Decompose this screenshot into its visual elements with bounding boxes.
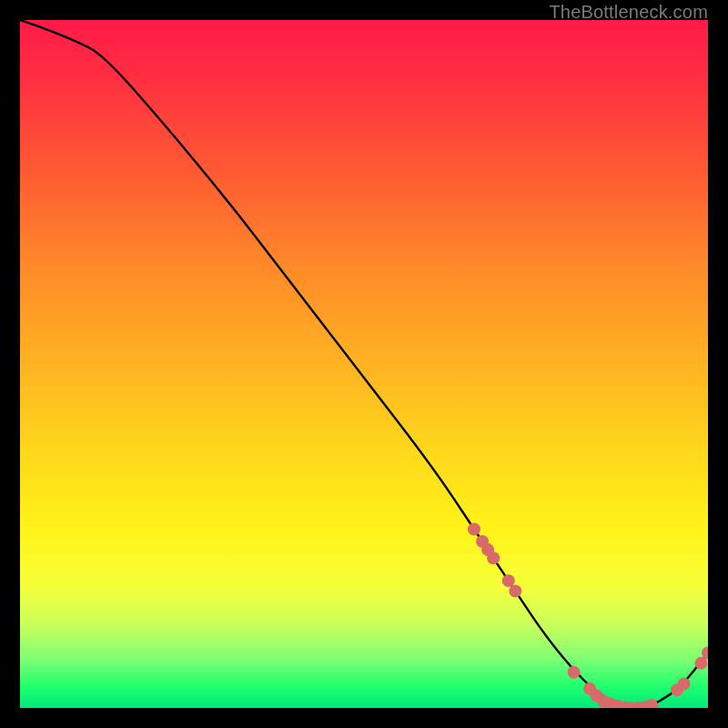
chart-frame: TheBottleneck.com — [0, 0, 728, 728]
sample-point-core — [570, 668, 577, 675]
sample-point-core — [511, 587, 519, 594]
sample-point-core — [505, 577, 512, 584]
sample-points-group — [468, 522, 708, 708]
bottleneck-curve — [20, 20, 708, 708]
watermark-text: TheBottleneck.com — [549, 2, 708, 23]
sample-point-core — [697, 660, 704, 667]
sample-point-core — [490, 554, 497, 561]
chart-overlay-svg — [20, 20, 708, 708]
sample-point-core — [470, 525, 478, 532]
sample-point-core — [680, 680, 687, 687]
chart-plot-area — [20, 20, 708, 708]
